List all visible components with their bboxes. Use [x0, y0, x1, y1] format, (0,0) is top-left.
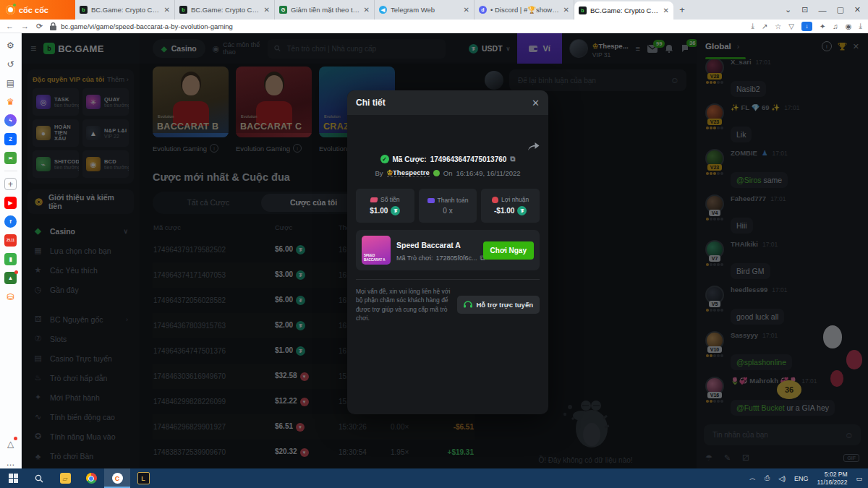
- extensions-icon[interactable]: ✦: [820, 22, 825, 30]
- windows-taskbar: ▱ C L ︿ ⎙ ◁) ENG 5:02 PM 11/16/2022 ▭: [0, 468, 868, 488]
- stat-payout: Thanh toán 0 x: [419, 189, 477, 223]
- more-options-icon[interactable]: …: [4, 456, 17, 468]
- live-support-button[interactable]: Hỗ trợ trực tuyến: [457, 296, 540, 314]
- brand-label: cốc cốc: [19, 6, 48, 14]
- modal-close-icon[interactable]: ✕: [532, 98, 540, 108]
- date-label: 11/16/2022: [817, 479, 848, 486]
- usdt-coin-icon: ₮: [391, 206, 400, 215]
- hidden-icons-chevron[interactable]: ︿: [749, 474, 756, 483]
- new-tab-button[interactable]: +: [673, 0, 691, 20]
- headset-icon: [464, 301, 472, 309]
- browser-tabbar: cốc cốc b BC.Game: Crypto Casino Gam ✕ b…: [0, 0, 868, 20]
- file-explorer-icon[interactable]: ▱: [52, 468, 78, 488]
- tab-bcgame-active[interactable]: b BC.Game: Crypto Casino Gam ✕: [574, 1, 673, 20]
- bet-user-link[interactable]: ♔Thespectre: [387, 168, 430, 177]
- media-control-icon[interactable]: ♫: [833, 22, 838, 30]
- start-button[interactable]: [0, 468, 26, 488]
- profile-icon[interactable]: ◉: [846, 22, 852, 30]
- verified-shield-icon[interactable]: ✓: [380, 155, 389, 163]
- sale-25-11-icon[interactable]: 25.11: [4, 234, 17, 247]
- window-close-button[interactable]: ✕: [854, 5, 861, 14]
- taskbar-clock[interactable]: 5:02 PM 11/16/2022: [817, 471, 848, 486]
- add-shortcut-button[interactable]: +: [4, 178, 17, 190]
- notifications-bell-icon[interactable]: △: [4, 437, 17, 450]
- coccoc-logo-icon: [6, 5, 15, 14]
- bet-id-value: 1749643647475013760: [430, 155, 507, 163]
- url-field[interactable]: bc.game/vi/game/speed-baccarat-a-by-evol…: [50, 22, 744, 30]
- stat-amount: Số tiền $1.00₮: [356, 189, 414, 223]
- shopee-icon[interactable]: ▮: [4, 253, 17, 265]
- bcgame-favicon: b: [80, 6, 88, 14]
- side-panel-icon[interactable]: ⊡: [801, 5, 808, 14]
- shopping-cart-icon[interactable]: ⛁: [4, 291, 17, 303]
- copy-bet-id-icon[interactable]: ⧉: [510, 155, 515, 163]
- tab-close-icon[interactable]: ✕: [164, 6, 170, 14]
- tab-close-icon[interactable]: ✕: [464, 6, 469, 14]
- history-icon[interactable]: ↺: [4, 58, 17, 70]
- game-summary-row: SPEED BACCARAT A Speed Baccarat A Mã Trò…: [356, 230, 540, 270]
- game-name: Speed Baccarat A: [396, 241, 461, 249]
- window-restore-button[interactable]: ▢: [836, 5, 843, 14]
- crown-vip-icon[interactable]: ♛: [4, 95, 17, 108]
- league-of-legends-icon[interactable]: L: [130, 468, 156, 488]
- deal-hat-icon[interactable]: ▲: [4, 272, 17, 284]
- frog-emoji-icon: [433, 170, 440, 176]
- forward-button[interactable]: →: [21, 22, 29, 30]
- tab-telegram[interactable]: ◀ Telegram Web ✕: [375, 0, 475, 20]
- reload-button[interactable]: ⟳: [36, 22, 43, 30]
- lock-icon: [50, 22, 56, 30]
- tab-close-icon[interactable]: ✕: [563, 6, 569, 14]
- download-manager-icon[interactable]: ↓: [801, 22, 812, 31]
- game-thumbnail[interactable]: SPEED BACCARAT A: [362, 236, 391, 265]
- web-viewport: ≡ b BC.GAME Đặc quyền VIP của tôi Thêm ›…: [22, 33, 868, 468]
- youtube-icon[interactable]: ▶: [4, 197, 17, 209]
- share-bet-icon[interactable]: [527, 141, 540, 150]
- profit-icon: [492, 197, 498, 203]
- tab-close-icon[interactable]: ✕: [264, 6, 270, 14]
- chrome-icon[interactable]: [78, 468, 104, 488]
- games-gamepad-icon[interactable]: ≍: [4, 152, 17, 164]
- coccoc-taskbar-icon[interactable]: C: [104, 468, 130, 488]
- taskbar-search-button[interactable]: [26, 468, 52, 488]
- money-icon: [370, 197, 378, 202]
- messenger-icon[interactable]: ϟ: [4, 114, 17, 127]
- volume-icon[interactable]: ◁): [778, 475, 786, 482]
- window-minimize-button[interactable]: —: [818, 6, 826, 14]
- tab-discord[interactable]: d • Discord | #🏆show-off-you ✕: [475, 0, 574, 20]
- url-text: bc.game/vi/game/speed-baccarat-a-by-evol…: [61, 22, 233, 30]
- back-button[interactable]: ←: [6, 22, 14, 30]
- screen: cốc cốc b BC.Game: Crypto Casino Gam ✕ b…: [0, 0, 868, 488]
- save-page-icon[interactable]: ⤓: [751, 22, 754, 30]
- zalo-icon[interactable]: Z: [4, 133, 17, 145]
- downloads-tray-icon[interactable]: ⤓: [859, 22, 862, 30]
- tab-search-icon[interactable]: ⌄: [785, 5, 791, 14]
- settings-gear-icon[interactable]: ⚙: [4, 39, 17, 51]
- discord-favicon: d: [479, 6, 487, 14]
- play-now-button[interactable]: Chơi Ngay: [483, 241, 534, 260]
- action-center-icon[interactable]: ▭: [856, 475, 862, 482]
- crown-icon: ♔: [387, 168, 393, 176]
- modal-title: Chi tiết: [356, 98, 532, 108]
- game-id-value: 172805f0f6c...: [435, 254, 477, 262]
- bet-datetime: 16:16:49, 16/11/2022: [456, 169, 520, 177]
- tab-bcgame-1[interactable]: b BC.Game: Crypto Casino Gam ✕: [75, 0, 175, 20]
- network-icon[interactable]: ⎙: [765, 474, 770, 482]
- language-indicator[interactable]: ENG: [794, 475, 809, 482]
- facebook-icon[interactable]: f: [4, 215, 17, 228]
- bcgame-favicon: b: [579, 7, 587, 14]
- bookmark-star-icon[interactable]: ☆: [775, 22, 781, 30]
- newsfeed-icon[interactable]: ▤: [4, 77, 17, 89]
- tab-giam-tien[interactable]: G Giảm tiền mặt theo tiến hóa ✕: [275, 0, 375, 20]
- tab-bcgame-2[interactable]: b BC.Game: Crypto Casino Gam ✕: [175, 0, 275, 20]
- time-label: 5:02 PM: [825, 471, 848, 478]
- share-icon[interactable]: ↗: [762, 22, 767, 30]
- coccoc-brand[interactable]: cốc cốc: [0, 0, 75, 20]
- tab-close-icon[interactable]: ✕: [663, 7, 669, 14]
- telegram-favicon: ◀: [379, 6, 387, 14]
- stat-profit: Lợi nhuận -$1.00₮: [481, 189, 540, 223]
- adblock-shield-icon[interactable]: ▽: [788, 22, 794, 30]
- browser-side-strip: ⚙ ↺ ▤ ♛ ϟ Z ≍ + ▶ f 25.11 ▮ ▲ ⛁ △ …: [0, 33, 22, 468]
- usdt-coin-icon: ₮: [517, 206, 527, 215]
- tab-close-icon[interactable]: ✕: [364, 6, 370, 14]
- browser-addressbar: ← → ⟳ bc.game/vi/game/speed-baccarat-a-b…: [0, 20, 868, 33]
